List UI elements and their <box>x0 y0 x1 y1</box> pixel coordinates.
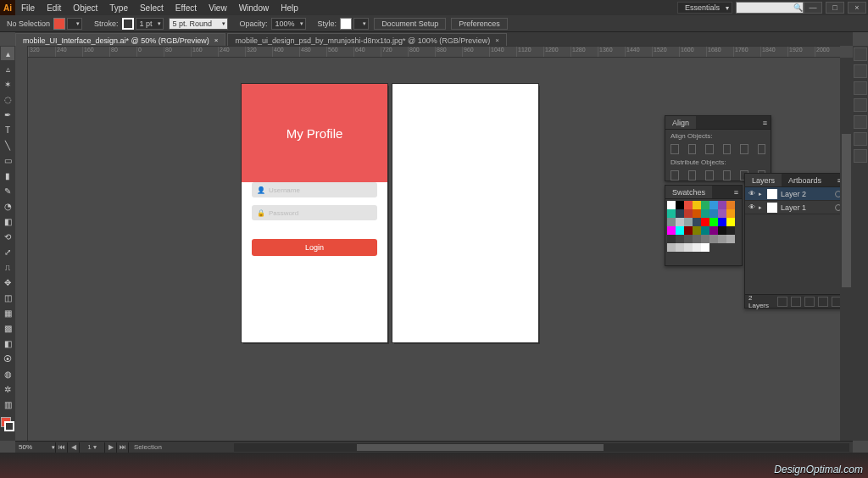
swatch[interactable] <box>667 201 676 209</box>
swatch[interactable] <box>709 235 718 243</box>
document-tab-active[interactable]: mobile_UI_Interface_design.ai* @ 50% (RG… <box>15 33 225 46</box>
swatch[interactable] <box>726 235 735 243</box>
first-artboard-icon[interactable]: ⏮ <box>56 442 68 453</box>
eraser-tool-icon[interactable]: ◧ <box>1 214 14 228</box>
swatch[interactable] <box>701 201 709 209</box>
expand-icon[interactable]: ▸ <box>759 204 767 211</box>
next-artboard-icon[interactable]: ▶ <box>105 442 117 453</box>
swatch[interactable] <box>718 235 726 243</box>
menu-help[interactable]: Help <box>275 3 304 13</box>
swatch[interactable] <box>726 209 735 218</box>
panel-icon[interactable] <box>854 47 867 61</box>
type-tool-icon[interactable]: T <box>1 123 14 136</box>
pen-tool-icon[interactable]: ✒ <box>1 108 14 121</box>
menu-type[interactable]: Type <box>103 3 134 13</box>
swatch[interactable] <box>693 235 701 243</box>
layer-row[interactable]: 👁▸Layer 2 <box>745 187 845 201</box>
layers-panel[interactable]: Layers Artboards ≡ 👁▸Layer 2 👁▸Layer 1 2… <box>744 173 846 308</box>
swatch[interactable] <box>693 243 701 252</box>
swatch[interactable] <box>684 235 693 243</box>
align-tab[interactable]: Align <box>665 116 696 129</box>
locate-object-icon[interactable] <box>777 297 787 307</box>
free-transform-tool-icon[interactable]: ✥ <box>1 275 14 289</box>
swatch[interactable] <box>709 218 718 226</box>
swatch[interactable] <box>676 235 684 243</box>
dist-vcenter-icon[interactable] <box>688 170 697 181</box>
swatch[interactable] <box>684 209 693 218</box>
document-tab[interactable]: mobile_ui_design_psd_by_mrunjoshi-d8nx1t… <box>227 33 506 46</box>
vertical-scrollbar[interactable] <box>840 58 853 441</box>
mesh-tool-icon[interactable]: ▩ <box>1 321 14 335</box>
fill-stroke-control[interactable] <box>0 417 15 436</box>
panel-icon[interactable] <box>854 132 867 146</box>
swatch[interactable] <box>726 226 735 235</box>
panel-icon[interactable] <box>854 115 867 129</box>
swatch[interactable] <box>701 218 709 226</box>
swatch[interactable] <box>676 243 684 252</box>
visibility-icon[interactable]: 👁 <box>748 203 759 211</box>
menu-select[interactable]: Select <box>134 3 170 13</box>
minimize-button[interactable]: — <box>804 2 822 14</box>
swatch[interactable] <box>693 218 701 226</box>
artboards-tab[interactable]: Artboards <box>782 174 828 186</box>
perspective-tool-icon[interactable]: ▦ <box>1 306 14 320</box>
document-setup-button[interactable]: Document Setup <box>374 18 446 30</box>
swatch[interactable] <box>726 201 735 209</box>
panel-icon[interactable] <box>854 98 867 112</box>
lasso-tool-icon[interactable]: ◌ <box>1 92 14 106</box>
eyedropper-tool-icon[interactable]: ⦿ <box>1 352 14 365</box>
swatch[interactable] <box>709 209 718 218</box>
align-vcenter-icon[interactable] <box>740 144 748 154</box>
close-button[interactable]: × <box>848 2 866 14</box>
scrollbar-thumb[interactable] <box>842 134 851 287</box>
scrollbar-thumb[interactable] <box>357 444 603 451</box>
align-right-icon[interactable] <box>705 144 714 154</box>
swatch[interactable] <box>701 235 709 243</box>
blend-tool-icon[interactable]: ◍ <box>1 367 14 381</box>
swatch[interactable] <box>701 243 709 252</box>
visibility-icon[interactable]: 👁 <box>748 190 759 197</box>
menu-edit[interactable]: Edit <box>41 3 67 13</box>
selection-tool-icon[interactable]: ▴ <box>1 47 14 60</box>
pencil-tool-icon[interactable]: ✎ <box>1 184 14 197</box>
panel-menu-icon[interactable]: ≡ <box>731 188 742 197</box>
panel-icon[interactable] <box>854 81 867 95</box>
workspace-switcher[interactable]: Essentials <box>677 2 732 14</box>
gradient-tool-icon[interactable]: ◧ <box>1 336 14 350</box>
new-sublayer-icon[interactable] <box>804 297 815 307</box>
swatch[interactable] <box>693 226 701 235</box>
blob-brush-tool-icon[interactable]: ◔ <box>1 199 14 213</box>
style-swatch[interactable] <box>340 18 352 30</box>
clip-mask-icon[interactable] <box>791 297 801 307</box>
swatch[interactable] <box>718 209 726 218</box>
panel-menu-icon[interactable]: ≡ <box>760 119 771 127</box>
swatch[interactable] <box>701 226 709 235</box>
preferences-button[interactable]: Preferences <box>451 18 508 30</box>
expand-icon[interactable]: ▸ <box>759 191 767 197</box>
style-dropdown[interactable] <box>353 18 369 30</box>
swatch[interactable] <box>676 201 684 209</box>
menu-view[interactable]: View <box>203 3 233 13</box>
symbol-sprayer-tool-icon[interactable]: ✲ <box>1 382 14 396</box>
dist-top-icon[interactable] <box>670 170 679 181</box>
menu-object[interactable]: Object <box>67 3 103 13</box>
artboard-nav-dropdown[interactable]: 1 ▾ <box>80 442 105 453</box>
swatch[interactable] <box>693 201 701 209</box>
swatch[interactable] <box>676 209 684 218</box>
menu-file[interactable]: File <box>15 3 41 13</box>
dist-bottom-icon[interactable] <box>705 170 714 181</box>
swatches-panel[interactable]: Swatches≡ <box>665 185 743 266</box>
direct-selection-tool-icon[interactable]: ▵ <box>1 62 14 75</box>
close-icon[interactable]: × <box>495 36 499 44</box>
zoom-dropdown[interactable]: 50%▾ <box>15 442 56 453</box>
swatch[interactable] <box>667 226 676 235</box>
last-artboard-icon[interactable]: ⏭ <box>117 442 129 453</box>
close-icon[interactable]: × <box>214 36 219 44</box>
panel-icon[interactable] <box>854 149 867 163</box>
swatch[interactable] <box>718 226 726 235</box>
menu-window[interactable]: Window <box>233 3 275 13</box>
opacity-dropdown[interactable]: 100% <box>271 18 306 30</box>
swatch[interactable] <box>701 209 709 218</box>
layer-name[interactable]: Layer 2 <box>781 190 806 198</box>
column-graph-tool-icon[interactable]: ▥ <box>1 397 14 411</box>
